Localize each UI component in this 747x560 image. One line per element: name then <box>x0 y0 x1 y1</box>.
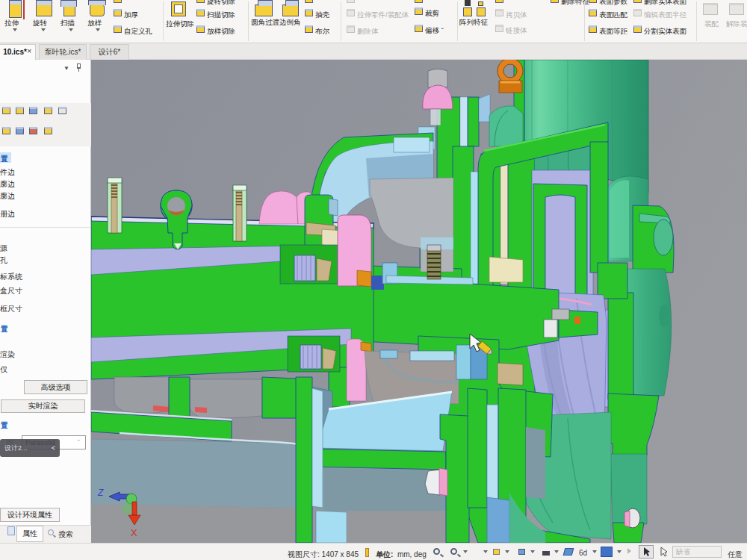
svg-text:X: X <box>131 527 137 538</box>
svg-text:Z: Z <box>97 488 104 498</box>
